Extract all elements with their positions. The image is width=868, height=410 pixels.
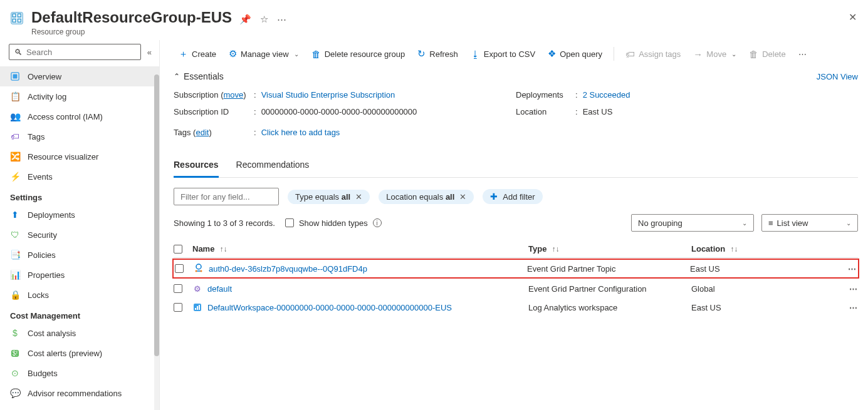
sidebar-item-activity-log[interactable]: 📋Activity log [0,86,159,106]
essentials-toggle[interactable]: ⌃Essentials [174,71,224,81]
collapse-sidebar-icon[interactable]: « [147,48,152,57]
view-dropdown[interactable]: ≡List view⌄ [761,214,858,232]
activity-log-icon: 📋 [10,91,20,101]
add-tags-link[interactable]: Click here to add tags [261,128,340,137]
more-icon[interactable]: ⋯ [277,14,286,25]
favorite-icon[interactable]: ☆ [260,14,268,25]
tag-icon: 🏷 [625,49,635,59]
sidebar-item-tags[interactable]: 🏷Tags [0,126,159,146]
pill-label: Location equals all [386,192,454,202]
json-view-link[interactable]: JSON View [817,72,858,81]
move-subscription-link[interactable]: move [224,90,244,100]
sidebar-item-advisor[interactable]: 💬Advisor recommendations [0,383,159,403]
clear-type-filter-icon[interactable]: ✕ [355,192,362,202]
overview-icon [10,71,20,81]
table-row[interactable]: auth0-dev-36slzb7p8vquqwbe--0Q91dFD4p Ev… [172,259,859,279]
sidebar-item-label: Security [28,230,57,240]
subscription-id-value: 00000000-0000-0000-0000-000000000000 [259,107,417,116]
select-all-checkbox[interactable] [174,245,182,254]
sidebar-item-label: Resource visualizer [28,152,98,161]
row-checkbox[interactable] [174,284,182,293]
separator [614,47,614,61]
column-header-type[interactable]: Type↑↓ [528,244,691,254]
row-actions-button[interactable]: ⋯ [849,303,858,312]
cmd-label: Refresh [429,49,458,59]
table-row[interactable]: DefaultWorkspace-00000000-0000-0000-0000… [174,298,858,317]
sidebar-item-cost-alerts[interactable]: $!Cost alerts (preview) [0,343,159,363]
sidebar-search-input[interactable] [26,48,135,57]
deployments-link[interactable]: 2 Succeeded [583,90,630,100]
sidebar-item-label: Properties [28,270,65,280]
resource-link[interactable]: auth0-dev-36slzb7p8vquqwbe--0Q91dFD4p [209,264,367,274]
sidebar-item-deployments[interactable]: ⬆Deployments [0,205,159,225]
sidebar-item-budgets[interactable]: ⊙Budgets [0,363,159,383]
add-filter-icon: ✚ [490,192,498,202]
cell-location: East US [690,264,834,274]
checkbox-icon [285,218,294,227]
pin-icon[interactable]: 📌 [239,14,251,25]
row-actions-button[interactable]: ⋯ [849,284,858,294]
column-header-location[interactable]: Location↑↓ [691,244,835,254]
sidebar-item-resource-visualizer[interactable]: 🔀Resource visualizer [0,146,159,167]
svg-point-3 [196,264,201,269]
column-header-name[interactable]: Name↑↓ [192,244,528,254]
add-filter-pill[interactable]: ✚Add filter [483,189,542,204]
svg-point-5 [201,270,202,272]
list-icon: ≡ [768,218,773,228]
sidebar-item-cost-analysis[interactable]: $Cost analysis [0,323,159,343]
sidebar-scrollbar[interactable] [154,74,159,410]
svg-point-4 [196,270,197,272]
sidebar-item-label: Activity log [28,92,66,101]
clear-location-filter-icon[interactable]: ✕ [459,192,466,202]
show-hidden-checkbox[interactable]: Show hidden typesi [285,218,382,228]
sidebar-item-access-control[interactable]: 👥Access control (IAM) [0,106,159,126]
sidebar-item-events[interactable]: ⚡Events [0,167,159,187]
export-csv-button[interactable]: ⭳Export to CSV [466,46,540,62]
close-button[interactable]: ✕ [849,11,857,23]
command-bar: ＋Create ⚙Manage view⌄ 🗑Delete resource g… [174,40,858,68]
location-filter-pill[interactable]: Location equals all✕ [379,190,474,204]
filter-input[interactable] [174,188,279,205]
tab-recommendations[interactable]: Recommendations [236,155,310,177]
tab-resources[interactable]: Resources [174,155,219,178]
cmd-label: Delete [762,49,786,59]
sidebar-item-label: Tags [28,132,44,141]
shield-icon: 🛡 [10,230,20,240]
cell-type: Log Analytics workspace [528,303,691,312]
edit-tags-link[interactable]: edit [196,128,209,137]
resource-link[interactable]: default [207,284,232,294]
chevron-down-icon: ⌄ [742,220,747,227]
row-checkbox[interactable] [175,264,184,273]
more-icon: ⋯ [798,49,807,59]
sidebar-item-security[interactable]: 🛡Security [0,225,159,245]
grouping-dropdown[interactable]: No grouping⌄ [631,214,754,232]
page-subtitle: Resource group [31,28,232,36]
deploy-icon: ⬆ [10,210,20,220]
info-icon[interactable]: i [373,218,382,227]
dropdown-value: No grouping [638,218,682,228]
svg-rect-7 [195,308,196,310]
row-actions-button[interactable]: ⋯ [848,264,857,274]
row-checkbox[interactable] [174,303,182,312]
assign-tags-button: 🏷Assign tags [620,46,686,62]
sidebar-item-label: Overview [28,72,61,81]
manage-view-button[interactable]: ⚙Manage view⌄ [224,46,304,62]
sidebar-item-policies[interactable]: 📑Policies [0,245,159,265]
cell-location: Global [691,284,835,294]
cost-analysis-icon: $ [10,328,20,338]
sidebar-item-properties[interactable]: 📊Properties [0,265,159,285]
open-query-button[interactable]: ❖Open query [543,46,607,62]
resource-link[interactable]: DefaultWorkspace-00000000-0000-0000-0000… [207,303,452,312]
sidebar-item-locks[interactable]: 🔒Locks [0,285,159,305]
trash-icon: 🗑 [311,49,321,59]
sidebar-search[interactable]: 🔍︎ [9,44,141,60]
subscription-link[interactable]: Visual Studio Enterprise Subscription [261,90,395,100]
table-row[interactable]: ⚙default Event Grid Partner Configuratio… [174,279,858,298]
sidebar-item-overview[interactable]: Overview [0,66,159,86]
delete-rg-button[interactable]: 🗑Delete resource group [306,46,410,62]
create-button[interactable]: ＋Create [174,46,221,63]
more-commands-button[interactable]: ⋯ [793,47,812,61]
table-header: Name↑↓ Type↑↓ Location↑↓ [174,240,858,258]
refresh-button[interactable]: ↻Refresh [412,46,463,62]
type-filter-pill[interactable]: Type equals all✕ [288,190,370,204]
